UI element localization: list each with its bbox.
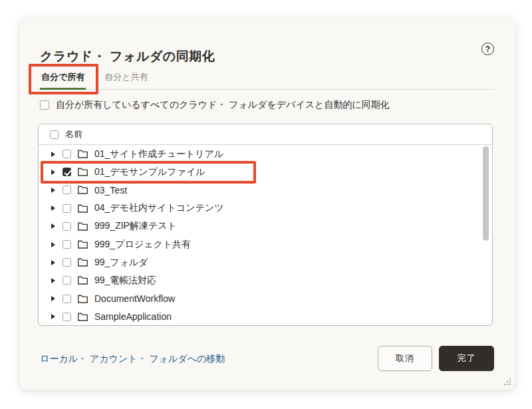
select-all-checkbox[interactable]	[50, 130, 59, 139]
done-button[interactable]: 完了	[439, 346, 494, 371]
row-checkbox[interactable]	[63, 204, 71, 213]
folder-name: 99_フォルダ	[94, 257, 148, 269]
table-row[interactable]: 99_電帳法対応	[39, 271, 492, 289]
auto-sync-option: 自分が所有しているすべてのクラウド・ フォルダをデバイスと自動的に同期化	[40, 99, 390, 111]
cloud-folder-sync-dialog: クラウド・ フォルダの同期化 ? 自分で所有 自分と共有 自分が所有しているすべ…	[20, 19, 515, 390]
done-button-label: 完了	[458, 352, 476, 364]
folder-icon	[77, 257, 88, 267]
row-checkbox[interactable]	[63, 240, 71, 249]
expand-arrow-icon[interactable]	[51, 152, 55, 157]
table-row[interactable]: SampleApplication	[39, 308, 492, 326]
folder-name: 01_サイト作成チュートリアル	[94, 148, 223, 160]
tab-bar: 自分で所有 自分と共有	[38, 70, 495, 90]
resize-grip-icon[interactable]	[503, 377, 511, 386]
folder-name: SampleApplication	[94, 311, 172, 322]
cancel-button[interactable]: 取消	[378, 346, 432, 371]
tab-shared-with-me-label: 自分と共有	[104, 72, 148, 82]
table-row[interactable]: 999_ZIP解凍テスト	[39, 217, 492, 235]
expand-arrow-icon[interactable]	[51, 170, 55, 175]
table-row[interactable]: 04_デモ社内サイトコンテンツ	[39, 200, 492, 217]
expand-arrow-icon[interactable]	[51, 205, 55, 211]
folder-icon	[77, 149, 88, 159]
row-checkbox[interactable]	[63, 186, 71, 194]
help-icon[interactable]: ?	[481, 43, 494, 55]
table-row[interactable]: 01_デモサンプルファイル	[39, 163, 492, 181]
expand-arrow-icon[interactable]	[51, 260, 55, 265]
dialog-title: クラウド・ フォルダの同期化	[40, 48, 215, 65]
tab-owned-by-me[interactable]: 自分で所有	[40, 71, 86, 89]
row-checkbox[interactable]	[63, 222, 71, 231]
table-row[interactable]: 99_フォルダ	[39, 253, 492, 271]
folder-name: 03_Test	[94, 185, 127, 196]
folder-icon	[77, 185, 88, 195]
folder-icon	[77, 221, 88, 231]
expand-arrow-icon[interactable]	[51, 188, 55, 193]
folder-name: DocumentWorkflow	[94, 293, 175, 304]
expand-arrow-icon[interactable]	[51, 278, 55, 283]
table-row[interactable]: 999_プロジェクト共有	[39, 235, 492, 253]
row-checkbox[interactable]	[63, 313, 71, 321]
folder-icon	[77, 275, 88, 285]
tab-shared-with-me[interactable]: 自分と共有	[103, 71, 149, 89]
tab-owned-by-me-label: 自分で所有	[41, 72, 84, 82]
folder-icon	[77, 312, 88, 322]
table-header: 名前	[39, 124, 492, 145]
vertical-scrollbar-thumb[interactable]	[483, 146, 489, 241]
folder-name: 01_デモサンプルファイル	[94, 166, 205, 178]
auto-sync-label: 自分が所有しているすべてのクラウド・ フォルダをデバイスと自動的に同期化	[56, 99, 390, 111]
folder-name: 999_ZIP解凍テスト	[94, 220, 177, 232]
folder-table: 名前 01_サイト作成チュートリアル 01_デモサンプルファイル	[38, 124, 493, 326]
folder-icon	[77, 239, 88, 249]
folder-name: 999_プロジェクト共有	[94, 239, 191, 251]
row-checkbox[interactable]	[63, 276, 71, 285]
row-checkbox[interactable]	[63, 150, 71, 158]
name-column-header: 名前	[65, 128, 82, 140]
local-account-folder-link[interactable]: ローカル・ アカウント・ フォルダへの移動	[40, 353, 225, 365]
folder-icon	[77, 167, 88, 177]
table-row[interactable]: 03_Test	[39, 181, 492, 199]
auto-sync-checkbox[interactable]	[40, 100, 49, 110]
expand-arrow-icon[interactable]	[51, 223, 55, 229]
table-row[interactable]: DocumentWorkflow	[39, 290, 492, 308]
row-checkbox[interactable]	[63, 295, 71, 303]
screen: クラウド・ フォルダの同期化 ? 自分で所有 自分と共有 自分が所有しているすべ…	[0, 0, 532, 409]
expand-arrow-icon[interactable]	[51, 296, 55, 301]
row-checkbox[interactable]	[63, 258, 71, 267]
expand-arrow-icon[interactable]	[51, 314, 55, 319]
folder-icon	[77, 204, 88, 213]
row-checkbox[interactable]	[63, 168, 71, 176]
table-row[interactable]: 01_サイト作成チュートリアル	[39, 145, 492, 163]
help-icon-glyph: ?	[485, 45, 490, 54]
table-body: 01_サイト作成チュートリアル 01_デモサンプルファイル 03_Test	[39, 145, 492, 326]
expand-arrow-icon[interactable]	[51, 242, 55, 247]
folder-name: 04_デモ社内サイトコンテンツ	[94, 202, 224, 214]
folder-name: 99_電帳法対応	[94, 275, 156, 287]
folder-icon	[77, 294, 88, 304]
cancel-button-label: 取消	[396, 352, 414, 364]
